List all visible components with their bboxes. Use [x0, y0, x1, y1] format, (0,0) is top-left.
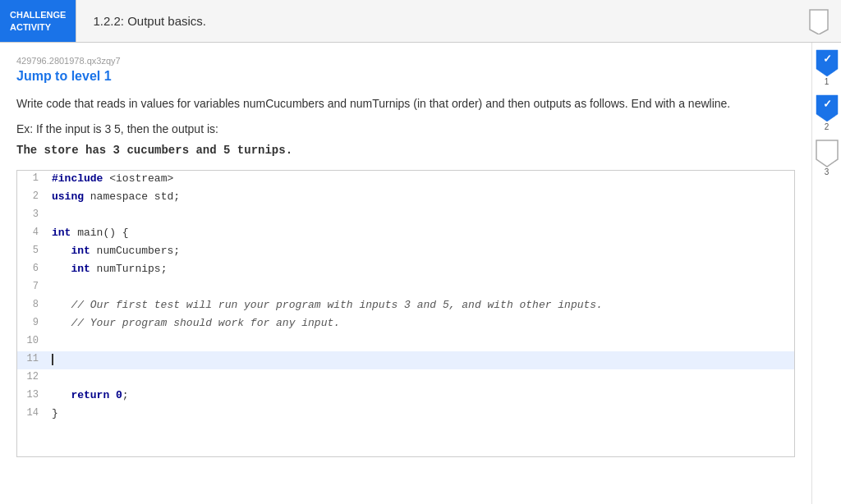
activity-id: 429796.2801978.qx3zqy7: [16, 56, 795, 66]
level-badge-1[interactable]: ✓ 1: [816, 49, 839, 86]
level-2-label: 2: [825, 122, 830, 131]
line-content-8: // Our first test will run your program …: [47, 297, 794, 315]
line-content-11: [47, 351, 794, 369]
code-line-11: 11: [17, 351, 794, 369]
line-num-13: 13: [17, 387, 47, 405]
bookmark-icon[interactable]: [808, 8, 830, 34]
line-content-10: [47, 333, 794, 351]
line-content-4: int main() {: [47, 225, 794, 243]
line-num-4: 4: [17, 225, 47, 243]
code-line-12: 12: [17, 369, 794, 387]
line-num-2: 2: [17, 189, 47, 207]
code-line-8: 8 // Our first test will run your progra…: [17, 297, 794, 315]
code-editor[interactable]: 1 #include <iostream> 2 using namespace …: [16, 170, 795, 457]
code-line-5: 5 int numCucumbers;: [17, 243, 794, 261]
code-line-14: 14 }: [17, 405, 794, 424]
header-title: 1.2.2: Output basics.: [76, 14, 223, 28]
main-layout: 429796.2801978.qx3zqy7 Jump to level 1 W…: [0, 43, 841, 504]
output-example: The store has 3 cucumbers and 5 turnips.: [16, 144, 795, 157]
line-num-14: 14: [17, 405, 47, 424]
line-num-1: 1: [17, 171, 47, 189]
level-3-label: 3: [825, 167, 830, 176]
code-line-13: 13 return 0;: [17, 387, 794, 405]
line-num-5: 5: [17, 243, 47, 261]
right-sidebar: ✓ 1 ✓ 2 3: [811, 43, 841, 504]
level-3-icon: [816, 140, 839, 167]
line-content-5: int numCucumbers;: [47, 243, 794, 261]
challenge-activity-label: CHALLENGE ACTIVITY: [0, 0, 76, 42]
jump-to-level[interactable]: Jump to level 1: [16, 69, 795, 84]
level-badge-3[interactable]: 3: [816, 140, 839, 176]
header: CHALLENGE ACTIVITY 1.2.2: Output basics.: [0, 0, 841, 43]
code-line-4: 4 int main() {: [17, 225, 794, 243]
line-content-9: // Your program should work for any inpu…: [47, 315, 794, 333]
line-num-12: 12: [17, 369, 47, 387]
content-area: 429796.2801978.qx3zqy7 Jump to level 1 W…: [0, 43, 811, 504]
code-line-7: 7: [17, 279, 794, 297]
level-1-label: 1: [825, 77, 830, 86]
code-line-3: 3: [17, 207, 794, 225]
code-editor-padding: [17, 424, 794, 456]
bookmark-container: [808, 8, 830, 34]
code-line-6: 6 int numTurnips;: [17, 261, 794, 279]
level-2-icon: ✓: [816, 94, 839, 122]
svg-text:✓: ✓: [822, 98, 831, 110]
code-line-1: 1 #include <iostream>: [17, 171, 794, 189]
description: Write code that reads in values for vari…: [16, 95, 795, 112]
line-num-6: 6: [17, 261, 47, 279]
line-num-9: 9: [17, 315, 47, 333]
code-line-2: 2 using namespace std;: [17, 189, 794, 207]
line-num-3: 3: [17, 207, 47, 225]
level-1-icon: ✓: [816, 49, 839, 77]
line-num-8: 8: [17, 297, 47, 315]
line-content-1: #include <iostream>: [47, 171, 794, 189]
line-content-13: return 0;: [47, 387, 794, 405]
line-content-2: using namespace std;: [47, 189, 794, 207]
line-content-6: int numTurnips;: [47, 261, 794, 279]
line-content-14: }: [47, 405, 794, 424]
line-num-10: 10: [17, 333, 47, 351]
level-badge-2[interactable]: ✓ 2: [816, 94, 839, 131]
example-label: Ex: If the input is 3 5, then the output…: [16, 122, 795, 135]
code-line-9: 9 // Your program should work for any in…: [17, 315, 794, 333]
line-num-11: 11: [17, 351, 47, 369]
line-num-7: 7: [17, 279, 47, 297]
line-content-3: [47, 207, 794, 225]
line-content-7: [47, 279, 794, 297]
svg-text:✓: ✓: [822, 53, 831, 65]
line-content-12: [47, 369, 794, 387]
code-line-10: 10: [17, 333, 794, 351]
